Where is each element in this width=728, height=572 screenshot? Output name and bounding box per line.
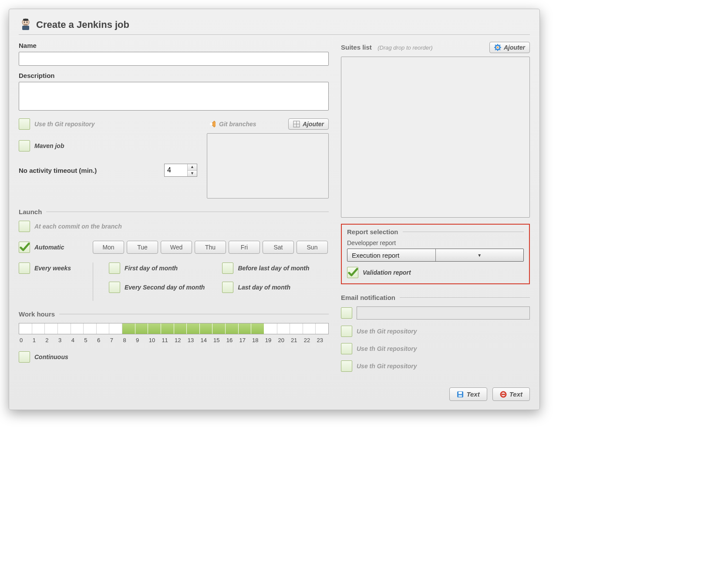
description-input[interactable] [19, 82, 329, 111]
maven-checkbox[interactable] [19, 140, 30, 151]
suites-list-panel[interactable] [341, 57, 530, 218]
git-branches-panel[interactable] [207, 133, 329, 199]
developer-report-select[interactable]: Execution report ▼ [347, 249, 524, 262]
svg-rect-21 [458, 392, 462, 394]
hour-segment-6[interactable] [97, 323, 110, 334]
hour-segment-17[interactable] [239, 323, 252, 334]
hour-segment-7[interactable] [109, 323, 122, 334]
email-opt-checkbox-1[interactable] [341, 343, 352, 354]
hour-segment-4[interactable] [71, 323, 84, 334]
work-hours-bar[interactable] [19, 323, 329, 334]
chevron-down-icon: ▼ [435, 249, 524, 261]
hour-segment-19[interactable] [264, 323, 277, 334]
svg-rect-22 [458, 395, 462, 397]
email-input[interactable] [357, 306, 530, 320]
before-last-checkbox[interactable] [222, 262, 233, 274]
day-button-wed[interactable]: Wed [161, 241, 192, 254]
day-button-sun[interactable]: Sun [297, 241, 328, 254]
jenkins-icon [19, 17, 33, 33]
day-button-sat[interactable]: Sat [263, 241, 294, 254]
timeout-input[interactable] [165, 164, 187, 176]
suites-add-button[interactable]: Ajouter [489, 42, 530, 53]
email-opt-label-0: Use th Git repository [357, 328, 417, 335]
email-opt-checkbox-2[interactable] [341, 360, 352, 372]
last-day-label: Last day of month [238, 284, 290, 291]
title-rule [19, 34, 530, 35]
svg-rect-2 [22, 26, 29, 30]
report-selection-highlight: Report selection Developper report Execu… [341, 224, 530, 284]
svg-point-6 [210, 123, 212, 125]
save-icon [457, 391, 464, 398]
git-branches-icon [207, 120, 216, 128]
suites-list-hint: (Drag drop to reorder) [377, 44, 432, 51]
hour-segment-10[interactable] [148, 323, 161, 334]
timeout-spinner[interactable]: ▲ ▼ [164, 164, 197, 177]
hour-segment-23[interactable] [316, 323, 328, 334]
last-day-checkbox[interactable] [222, 282, 233, 293]
footer-save-button[interactable]: Text [449, 387, 487, 401]
hour-segment-1[interactable] [32, 323, 45, 334]
email-opt-label-1: Use th Git repository [357, 345, 417, 352]
maven-label: Maven job [34, 142, 64, 149]
work-hours-labels: 01234567891011121314151617181920212223 [19, 337, 329, 343]
every-weeks-label: Every weeks [34, 265, 71, 272]
git-branches-label: Git branches [219, 121, 256, 128]
dialog-title-row: Create a Jenkins job [19, 17, 530, 33]
timeout-down[interactable]: ▼ [188, 171, 197, 177]
launch-label: Launch [19, 208, 42, 215]
svg-line-16 [495, 45, 496, 46]
use-git-label: Use th Git repository [34, 121, 94, 128]
hour-segment-12[interactable] [174, 323, 187, 334]
git-branches-add-button[interactable]: Ajouter [288, 118, 329, 130]
use-git-checkbox[interactable] [19, 118, 30, 130]
day-button-thu[interactable]: Thu [195, 241, 226, 254]
svg-point-3 [24, 22, 25, 23]
hour-segment-5[interactable] [84, 323, 97, 334]
hour-segment-3[interactable] [58, 323, 71, 334]
email-enable-checkbox[interactable] [341, 307, 352, 319]
automatic-checkbox[interactable] [19, 242, 30, 253]
hour-segment-16[interactable] [226, 323, 239, 334]
svg-line-18 [495, 49, 496, 50]
dialog-title: Create a Jenkins job [36, 19, 129, 30]
suites-list-label: Suites list [341, 44, 372, 51]
every-weeks-checkbox[interactable] [19, 262, 30, 274]
description-label: Description [19, 72, 329, 79]
hour-segment-18[interactable] [251, 323, 264, 334]
footer-cancel-button[interactable]: Text [492, 387, 530, 401]
hour-segment-13[interactable] [187, 323, 200, 334]
svg-line-19 [499, 45, 500, 46]
hour-segment-14[interactable] [200, 323, 213, 334]
day-button-tue[interactable]: Tue [127, 241, 158, 254]
timeout-label: No activity timeout (min.) [19, 167, 97, 174]
validation-report-checkbox[interactable] [347, 267, 358, 278]
first-day-checkbox[interactable] [109, 262, 120, 274]
hour-segment-21[interactable] [290, 323, 303, 334]
svg-rect-1 [23, 19, 28, 21]
first-day-label: First day of month [125, 265, 178, 272]
email-opt-checkbox-0[interactable] [341, 326, 352, 337]
report-selection-label: Report selection [347, 228, 398, 236]
every-second-checkbox[interactable] [109, 282, 120, 293]
validation-report-label: Validation report [363, 269, 411, 276]
hour-segment-0[interactable] [19, 323, 32, 334]
continuous-checkbox[interactable] [19, 351, 30, 363]
before-last-label: Before last day of month [238, 265, 309, 272]
day-button-fri[interactable]: Fri [229, 241, 260, 254]
timeout-up[interactable]: ▲ [188, 164, 197, 171]
hour-segment-20[interactable] [277, 323, 290, 334]
email-notification-label: Email notification [341, 294, 395, 301]
hour-segment-2[interactable] [45, 323, 58, 334]
forbidden-icon [500, 391, 507, 398]
hour-segment-9[interactable] [135, 323, 148, 334]
day-button-mon[interactable]: Mon [93, 241, 124, 254]
hour-segment-8[interactable] [122, 323, 135, 334]
gear-icon [494, 44, 501, 51]
automatic-label: Automatic [34, 244, 64, 251]
name-input[interactable] [19, 52, 329, 66]
svg-point-11 [497, 47, 499, 48]
at-each-commit-checkbox[interactable] [19, 221, 30, 232]
hour-segment-22[interactable] [303, 323, 316, 334]
hour-segment-11[interactable] [161, 323, 174, 334]
hour-segment-15[interactable] [212, 323, 226, 334]
